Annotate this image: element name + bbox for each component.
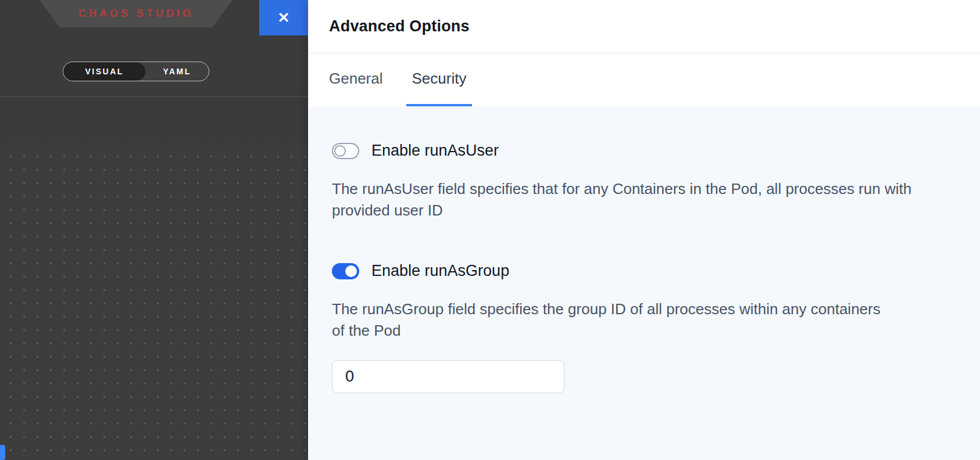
visual-yaml-toggle[interactable]: VISUAL YAML (63, 62, 209, 81)
field-head: Enable runAsGroup (332, 262, 957, 280)
yaml-tab[interactable]: YAML (145, 62, 209, 81)
run-as-group-field: Enable runAsGroup The runAsGroup field s… (332, 262, 957, 393)
panel-sub-bar (0, 97, 308, 143)
enable-runasgroup-toggle[interactable] (332, 263, 359, 279)
enable-runasuser-toggle[interactable] (332, 143, 359, 159)
run-as-user-field: Enable runAsUser The runAsUser field spe… (332, 142, 957, 221)
enable-runasgroup-label: Enable runAsGroup (371, 262, 509, 280)
drawer-header: Advanced Options (308, 0, 980, 53)
brand-label: CHAOS STUDIO (78, 8, 194, 20)
tab-general[interactable]: General (323, 53, 389, 106)
corner-accent (0, 445, 5, 460)
runasgroup-value-input[interactable] (332, 360, 564, 393)
drawer-tabs: General Security (308, 53, 980, 106)
dot-grid-canvas[interactable] (0, 143, 308, 460)
visual-tab[interactable]: VISUAL (63, 62, 145, 81)
toggle-knob (345, 265, 357, 277)
enable-runasuser-label: Enable runAsUser (371, 142, 499, 160)
tab-security[interactable]: Security (406, 53, 473, 106)
runasgroup-description: The runAsGroup field specifies the group… (332, 299, 887, 342)
close-drawer-button[interactable]: ✕ (259, 0, 308, 35)
security-tab-content: Enable runAsUser The runAsUser field spe… (308, 106, 980, 460)
drawer-title: Advanced Options (329, 17, 470, 35)
close-icon: ✕ (278, 9, 290, 26)
runasuser-description: The runAsUser field specifies that for a… (332, 178, 939, 221)
field-head: Enable runAsUser (332, 142, 957, 160)
canvas-panel: CHAOS STUDIO VISUAL YAML (0, 0, 308, 460)
toggle-knob (334, 145, 346, 157)
app-root: CHAOS STUDIO VISUAL YAML ✕ Advanced Opti… (0, 0, 980, 460)
chaos-studio-badge: CHAOS STUDIO (40, 0, 233, 27)
advanced-options-drawer: Advanced Options General Security Enable… (308, 0, 980, 460)
